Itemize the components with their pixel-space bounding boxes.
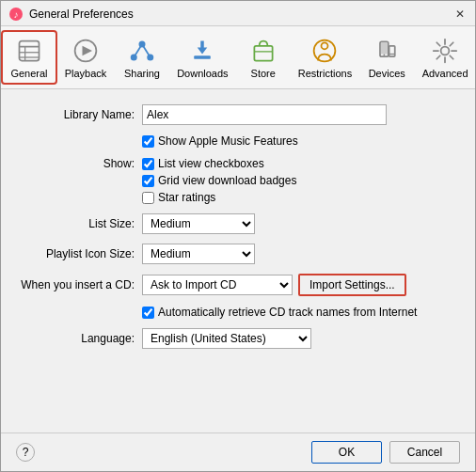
language-select[interactable]: English (United States) [142,328,311,349]
star-ratings-row: Star ratings [142,191,296,204]
footer-right: OK Cancel [311,441,460,464]
toolbar-item-downloads[interactable]: Downloads [170,30,235,85]
close-button[interactable]: ✕ [452,7,468,22]
footer: ? OK Cancel [1,433,475,471]
list-view-label[interactable]: List view checkboxes [158,157,264,170]
grid-view-label[interactable]: Grid view download badges [158,174,296,187]
list-view-checkbox[interactable] [142,158,154,170]
cancel-button[interactable]: Cancel [389,441,460,464]
toolbar-item-general[interactable]: General [1,30,57,85]
sharing-icon [127,36,157,66]
store-icon [248,36,278,66]
show-row: Show: List view checkboxes Grid view dow… [20,157,456,204]
playlist-icon-size-select[interactable]: Medium Small Large [142,244,255,264]
svg-line-13 [142,44,151,57]
star-ratings-checkbox[interactable] [142,192,154,204]
grid-view-checkbox[interactable] [142,175,154,187]
footer-left: ? [16,443,35,462]
library-name-input[interactable] [142,104,387,125]
list-size-select[interactable]: Medium Small Large [142,213,255,234]
apple-music-row: Show Apple Music Features [20,134,456,148]
auto-retrieve-row: Automatically retrieve CD track names fr… [20,306,456,319]
cd-insert-label: When you insert a CD: [20,278,142,291]
show-label: Show: [20,157,142,170]
cd-insert-controls: Ask to Import CD Import CD Import CD and… [142,274,406,296]
advanced-icon [430,36,460,66]
cd-insert-select[interactable]: Ask to Import CD Import CD Import CD and… [142,275,293,295]
grid-view-row: Grid view download badges [142,174,296,187]
svg-point-23 [384,55,386,56]
toolbar-item-devices[interactable]: Devices [358,30,415,85]
toolbar-label-sharing: Sharing [124,68,160,79]
apple-music-checkbox[interactable] [142,135,154,148]
playlist-icon-size-row: Playlist Icon Size: Medium Small Large [20,244,456,264]
toolbar-item-advanced[interactable]: Advanced [415,30,475,85]
svg-marker-8 [83,46,93,56]
devices-icon [372,36,402,66]
language-label: Language: [20,332,142,345]
language-row: Language: English (United States) [20,328,456,349]
ok-button[interactable]: OK [311,441,382,464]
apple-music-checkbox-row: Show Apple Music Features [142,134,298,148]
restrictions-icon [309,36,340,66]
general-icon [14,36,44,66]
auto-retrieve-checkbox[interactable] [142,307,154,319]
svg-rect-24 [389,46,395,56]
toolbar-label-advanced: Advanced [422,68,468,79]
svg-rect-17 [254,46,272,61]
dialog-title: General Preferences [29,8,134,21]
list-view-checkboxes-row: List view checkboxes [142,157,296,170]
svg-text:♪: ♪ [14,9,19,20]
svg-rect-16 [201,41,205,52]
cd-insert-row: When you insert a CD: Ask to Import CD I… [20,274,456,296]
toolbar-label-restrictions: Restrictions [298,68,352,79]
apple-music-label[interactable]: Show Apple Music Features [158,134,298,148]
toolbar: General Playback [1,26,475,89]
list-size-label: List Size: [20,217,142,230]
svg-point-20 [322,42,328,49]
toolbar-label-general: General [10,68,47,79]
library-name-label: Library Name: [20,108,142,121]
toolbar-item-restrictions[interactable]: Restrictions [292,30,358,85]
toolbar-label-devices: Devices [369,68,405,79]
downloads-icon [187,36,217,66]
import-settings-button[interactable]: Import Settings... [298,274,406,296]
toolbar-label-downloads: Downloads [177,68,228,79]
auto-retrieve-label[interactable]: Automatically retrieve CD track names fr… [158,306,417,319]
svg-point-26 [441,47,450,55]
toolbar-label-playback: Playback [65,68,107,79]
toolbar-item-playback[interactable]: Playback [57,30,114,85]
help-button[interactable]: ? [16,443,35,462]
show-checkboxes: List view checkboxes Grid view download … [142,157,296,204]
star-ratings-label[interactable]: Star ratings [158,191,215,204]
playlist-icon-size-label: Playlist Icon Size: [20,247,142,260]
app-icon: ♪ [8,7,24,22]
content-area: Library Name: Show Apple Music Features … [1,89,475,433]
svg-line-12 [134,44,142,57]
toolbar-item-store[interactable]: Store [235,30,292,85]
toolbar-label-store: Store [251,68,276,79]
title-bar: ♪ General Preferences ✕ [1,1,475,26]
auto-retrieve-checkbox-row: Automatically retrieve CD track names fr… [142,306,417,319]
playback-icon [71,36,101,66]
toolbar-item-sharing[interactable]: Sharing [114,30,170,85]
svg-rect-22 [381,42,388,54]
svg-rect-14 [195,55,212,59]
title-bar-left: ♪ General Preferences [8,7,134,22]
list-size-row: List Size: Medium Small Large [20,213,456,234]
dialog: ♪ General Preferences ✕ General [0,0,476,472]
library-name-row: Library Name: [20,104,456,125]
